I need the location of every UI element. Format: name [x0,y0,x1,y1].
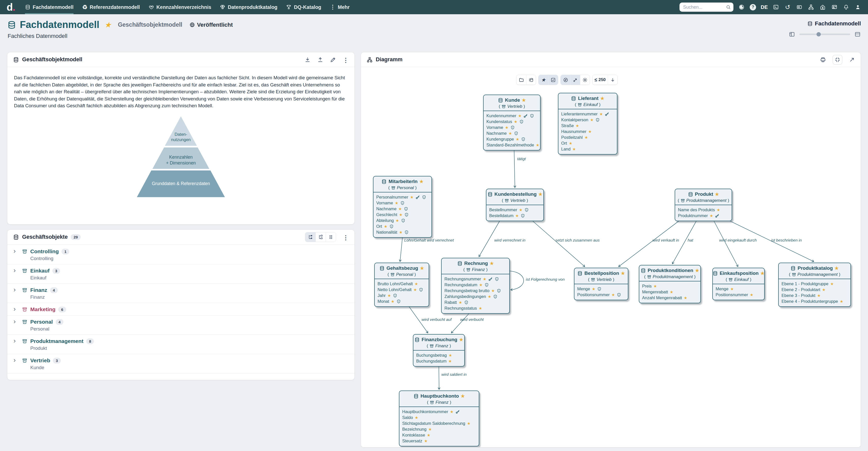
entity-node[interactable]: Gehaltsbezug Personal [374,263,429,307]
split-slider[interactable] [799,34,850,35]
help-icon[interactable] [750,4,756,10]
business-object-row[interactable]: Marketing 6 [7,303,354,316]
chevron-right-icon[interactable] [13,268,19,273]
layout-rows-icon[interactable] [854,31,861,38]
entity-node[interactable]: Produktkonditionen Produktmanagement [639,265,701,303]
business-object-name: Einkauf [30,268,50,274]
theme-toggle-icon[interactable] [738,4,745,11]
entity-node[interactable]: Bestellposition Vertrieb [574,268,628,300]
entity-node[interactable]: Produkt Produktmanagement [675,189,732,221]
diagram-canvas[interactable]: 250 tätigtLohn/Gehalt wird verrechnetwir… [361,67,861,447]
language-button[interactable]: DE [761,4,768,10]
star-icon [611,292,615,298]
relationship-label: hat [688,238,693,243]
pyramid-label-bottom: Grunddaten & Referenzdaten [137,181,225,186]
star-icon [424,438,428,444]
star-icon [479,305,482,311]
upload-icon[interactable] [317,57,323,63]
collapse-down-button[interactable] [608,75,617,85]
database-icon [413,393,419,399]
card-icon[interactable] [796,4,803,11]
view-tree-button[interactable] [305,232,315,242]
model-copy-icon[interactable] [526,75,536,85]
route-button[interactable] [570,75,580,85]
app-logo[interactable]: d. [7,2,15,12]
nav-item-fachdatenmodell[interactable]: Fachdatenmodell [25,0,73,14]
entity-attribute: Buchungsbetrag [416,352,462,358]
download-icon[interactable] [305,57,311,63]
favorite-star-icon[interactable] [104,20,112,29]
history-icon[interactable] [784,4,791,11]
node-limit[interactable]: 250 [592,75,608,85]
entity-attribute: Lieferantennummer [561,111,614,117]
entity-node[interactable]: Kunde Vertrieb K [483,95,540,151]
folder-icon[interactable] [517,75,526,85]
entity-attribute: Name des Produkts [678,207,729,213]
entity-node[interactable]: Einkaufsposition Einkauf [712,268,765,300]
chevron-right-icon[interactable] [13,307,19,312]
chevron-right-icon[interactable] [13,249,19,254]
shield-icon [617,293,621,297]
kebab-menu-icon[interactable] [343,234,349,240]
chevron-right-icon[interactable] [13,287,19,293]
attribute-name: Nationalität [376,229,397,235]
attribute-name: Monat [377,298,389,304]
star-icon [572,146,576,152]
screen-user-icon[interactable] [831,4,838,11]
entity-node[interactable]: Finanzbuchung Finanz [413,334,465,366]
layout-left-icon[interactable] [788,31,795,38]
database-icon [13,57,19,63]
entity-node[interactable]: Rechnung Finanz [441,258,510,314]
sitemap-icon[interactable] [807,4,814,11]
nav-item-datenproduktkatalog[interactable]: Datenproduktkatalog [220,0,277,14]
entity-attribute: Menge [716,286,762,292]
frame-filter-button[interactable] [548,75,558,85]
object-count-badge: 8 [86,339,94,344]
business-object-row[interactable]: Produktmanagement 8 Produkt [7,335,354,354]
shield-icon [495,277,499,282]
search-input[interactable] [683,5,724,10]
shield-icon [530,114,534,118]
business-object-row[interactable]: Einkauf 3 Einkauf [7,264,354,284]
chevron-right-icon[interactable] [13,339,19,344]
nav-item-kennzahlenverzeichnis[interactable]: Kennzahlenverzeichnis [149,0,211,14]
business-object-row[interactable]: Personal 4 Personal [7,316,354,335]
business-object-row[interactable]: Controlling 1 Controlling [7,245,354,264]
star-filter-button[interactable] [538,75,548,85]
slider-knob[interactable] [816,32,821,37]
chevron-right-icon[interactable] [13,319,19,325]
compass-button[interactable] [561,75,570,85]
business-object-row[interactable]: Finanz 4 Finanz [7,284,354,303]
star-icon [817,293,821,298]
settings-gear-button[interactable] [580,75,590,85]
shield-icon [404,207,408,211]
entity-node[interactable]: Hauptbuchkonto Finanz [399,390,479,446]
attribute-name: Buchungsbetrag [416,352,447,358]
view-hierarchy-button[interactable] [315,232,326,242]
star-icon [448,352,452,358]
entity-node[interactable]: MitarbeiterIn Personal [373,176,432,238]
relationship-label: wird verbucht [460,317,484,322]
data-pyramid: Daten- nutzungen Kennzahlen + Dimensione… [137,117,225,197]
fit-view-button[interactable] [833,55,842,65]
entity-node[interactable]: Produktkatalog Produktmanagement [778,263,851,307]
entity-node[interactable]: Lieferant Einkauf [558,93,617,155]
attribute-name: Rabatt [444,299,457,305]
terminal-icon[interactable] [772,4,779,11]
view-grid-button[interactable] [326,232,336,242]
bell-icon[interactable] [843,4,850,11]
edit-pencil-icon[interactable] [330,57,336,63]
entity-attribute: Menge [577,286,625,292]
nav-item-referenzdatenmodell[interactable]: Referenzdatenmodell [82,0,140,14]
business-object-row[interactable]: Vertrieb 3 Kunde [7,354,354,374]
attribute-name: Ebene 3 - Produkt [781,293,815,298]
user-avatar-icon[interactable] [854,4,861,11]
nav-item-mehr[interactable]: Mehr [330,0,350,14]
fullscreen-icon[interactable] [849,57,855,63]
chevron-right-icon[interactable] [13,358,19,363]
nav-item-dq-katalog[interactable]: DQ-Katalog [286,0,321,14]
print-icon[interactable] [820,57,826,63]
entity-node[interactable]: Kundenbestellung Vertrieb [486,189,544,221]
domain-box-icon [647,275,652,279]
kebab-menu-icon[interactable] [343,57,349,63]
